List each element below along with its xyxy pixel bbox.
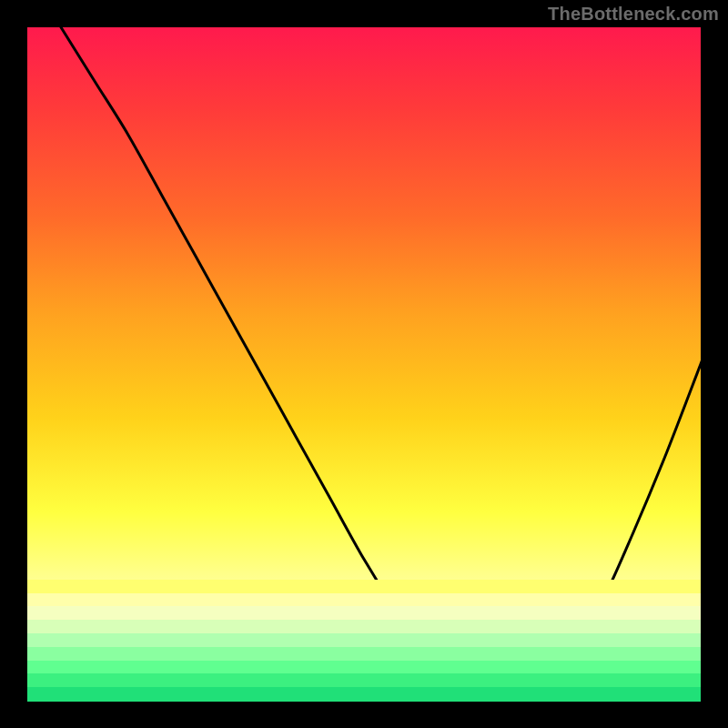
- gradient-band: [27, 687, 701, 702]
- chart-frame: TheBottleneck.com: [0, 0, 728, 728]
- attribution-text: TheBottleneck.com: [548, 4, 719, 25]
- plot-area: [27, 27, 701, 701]
- gradient-band: [27, 620, 701, 634]
